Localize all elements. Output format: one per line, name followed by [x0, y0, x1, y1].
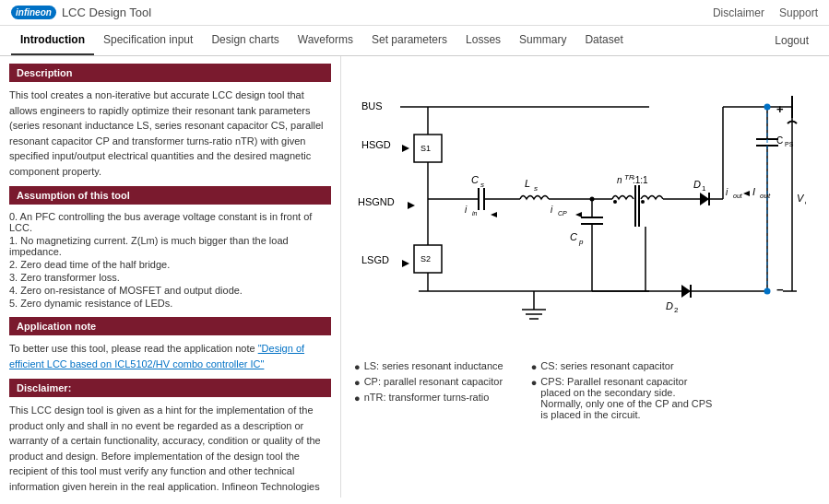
legend-cp-bullet: ●	[354, 377, 361, 388]
svg-text:HSGND: HSGND	[358, 196, 395, 207]
legend-cps-bullet: ●	[531, 377, 538, 388]
svg-marker-38	[575, 212, 582, 217]
assumption-1: 1. No magnetizing current. Z(Lm) is much…	[9, 234, 331, 258]
svg-marker-9	[402, 145, 409, 152]
svg-text:s: s	[534, 184, 538, 193]
assumption-list: 0. An PFC controlling the bus average vo…	[9, 210, 331, 310]
nav-item-losses[interactable]: Losses	[456, 26, 510, 55]
legend-cs-bullet: ●	[531, 361, 538, 372]
legend-ls: ● LS: series resonant inductance	[354, 360, 503, 372]
nav-item-specification[interactable]: Specification input	[94, 26, 202, 55]
description-text: This tool creates a non-iterative but ac…	[9, 88, 331, 179]
svg-text:o: o	[805, 198, 806, 206]
left-panel: Description This tool creates a non-iter…	[0, 56, 341, 498]
svg-text:I: I	[752, 186, 755, 197]
svg-text:−: −	[776, 283, 784, 297]
disclaimer-header: Disclaimer:	[9, 379, 331, 397]
svg-text:i: i	[551, 205, 553, 215]
svg-marker-35	[491, 212, 497, 217]
header-left: infineon LCC Design Tool	[11, 6, 151, 19]
svg-text:i: i	[726, 187, 728, 197]
svg-text:C: C	[776, 135, 783, 146]
assumption-3: 3. Zero transformer loss.	[9, 271, 331, 284]
nav-item-waveforms[interactable]: Waveforms	[289, 26, 362, 55]
svg-marker-67	[743, 191, 750, 196]
nav-item-set-parameters[interactable]: Set parameters	[362, 26, 456, 55]
svg-point-95	[764, 288, 771, 295]
right-panel: BUS HSGD HSGND LSGD	[341, 56, 829, 498]
nav: Introduction Specification input Design …	[0, 26, 829, 56]
assumption-5: 5. Zero dynamic resistance of LEDs.	[9, 297, 331, 310]
circuit-legend: ● LS: series resonant inductance ● CP: p…	[354, 360, 816, 420]
svg-text:i: i	[465, 205, 468, 215]
svg-text:LSGD: LSGD	[361, 254, 389, 265]
svg-text:L: L	[525, 178, 530, 189]
svg-text:s: s	[480, 181, 484, 189]
svg-text:CP: CP	[558, 210, 567, 217]
legend-ls-bullet: ●	[354, 361, 361, 372]
description-header: Description	[9, 64, 331, 82]
legend-ntr-bullet: ●	[354, 393, 361, 404]
svg-text:D: D	[693, 179, 701, 190]
svg-point-56	[641, 200, 645, 204]
logo: infineon LCC Design Tool	[11, 6, 151, 19]
svg-text:p: p	[578, 238, 584, 246]
svg-marker-60	[700, 193, 709, 205]
svg-text:S2: S2	[420, 254, 431, 264]
svg-point-55	[613, 200, 617, 204]
legend-ntr-text: nTR: transformer turns-ratio	[364, 392, 490, 403]
nav-item-introduction[interactable]: Introduction	[11, 26, 94, 55]
svg-text:BUS: BUS	[361, 100, 383, 111]
legend-cps-text: CPS: Parallel resonant capacitor placed …	[540, 376, 715, 420]
svg-marker-88	[681, 285, 691, 298]
legend-ntr: ● nTR: transformer turns-ratio	[354, 392, 503, 404]
disclaimer-text: This LCC design tool is given as a hint …	[9, 403, 331, 498]
appnote-text-before: To better use this tool, please read the…	[9, 343, 258, 354]
svg-text:C: C	[570, 231, 577, 242]
header: infineon LCC Design Tool Disclaimer Supp…	[0, 0, 829, 26]
app-title: LCC Design Tool	[62, 6, 151, 19]
disclaimer-link[interactable]: Disclaimer	[713, 6, 764, 19]
appnote-header: Application note	[9, 317, 331, 335]
logo-badge: infineon	[11, 6, 56, 19]
svg-text::1:1: :1:1	[633, 175, 648, 185]
nav-items: Introduction Specification input Design …	[11, 26, 633, 55]
svg-marker-11	[408, 202, 415, 209]
assumption-header: Assumption of this tool	[9, 186, 331, 205]
legend-cp-text: CP: parallel resonant capacitor	[364, 376, 503, 387]
nav-item-dataset[interactable]: Dataset	[575, 26, 632, 55]
svg-text:HSGD: HSGD	[361, 139, 391, 150]
assumption-4: 4. Zero on-resistance of MOSFET and outp…	[9, 284, 331, 297]
main-content: Description This tool creates a non-iter…	[0, 56, 829, 498]
legend-ls-text: LS: series resonant inductance	[364, 360, 503, 371]
nav-item-summary[interactable]: Summary	[510, 26, 575, 55]
svg-text:out: out	[760, 192, 771, 200]
legend-cps: ● CPS: Parallel resonant capacitor place…	[531, 376, 716, 420]
support-link[interactable]: Support	[779, 6, 818, 19]
svg-text:C: C	[471, 174, 479, 185]
legend-col-1: ● LS: series resonant inductance ● CP: p…	[354, 360, 503, 420]
svg-marker-13	[402, 260, 409, 267]
circuit-svg: BUS HSGD HSGND LSGD	[354, 65, 806, 351]
svg-text:S1: S1	[420, 144, 431, 153]
svg-text:out: out	[733, 193, 743, 199]
svg-text:2: 2	[674, 306, 679, 314]
svg-text:+: +	[776, 102, 784, 116]
legend-cs: ● CS: series resonant capacitor	[531, 360, 716, 372]
svg-point-94	[764, 104, 771, 111]
appnote-body: To better use this tool, please read the…	[9, 341, 331, 371]
legend-cp: ● CP: parallel resonant capacitor	[354, 376, 503, 388]
assumption-0: 0. An PFC controlling the bus average vo…	[9, 210, 331, 234]
logout-button[interactable]: Logout	[765, 27, 818, 54]
assumption-2: 2. Zero dead time of the half bridge.	[9, 258, 331, 271]
svg-text:n: n	[617, 175, 622, 185]
legend-cs-text: CS: series resonant capacitor	[540, 360, 673, 371]
svg-text:1: 1	[702, 184, 706, 193]
legend-col-2: ● CS: series resonant capacitor ● CPS: P…	[531, 360, 716, 420]
nav-item-design-charts[interactable]: Design charts	[202, 26, 288, 55]
svg-text:V: V	[797, 193, 805, 204]
svg-text:in: in	[472, 210, 478, 217]
header-links: Disclaimer Support	[713, 6, 818, 19]
circuit-diagram: BUS HSGD HSGND LSGD	[354, 65, 816, 420]
svg-text:D: D	[666, 300, 673, 311]
